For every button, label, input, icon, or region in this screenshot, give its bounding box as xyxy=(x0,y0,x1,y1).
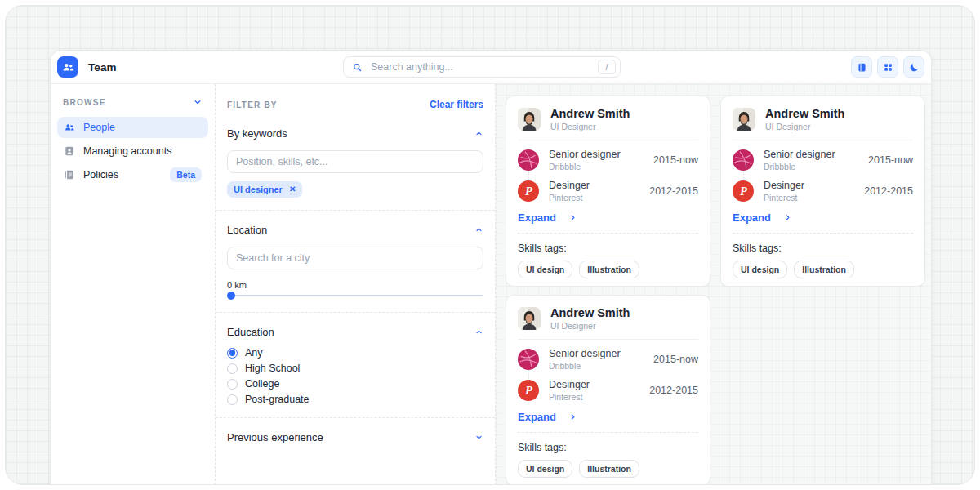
experience-row: Senior designer Dribbble 2015-now xyxy=(518,348,698,371)
sidebar: BROWSE People Managing accounts Policies… xyxy=(51,84,216,485)
person-title: UI Designer xyxy=(550,321,630,331)
keywords-input[interactable] xyxy=(227,150,483,173)
sidebar-item-label: Managing accounts xyxy=(83,145,172,157)
account-badge-icon xyxy=(64,145,75,157)
app-logo xyxy=(57,56,78,78)
previous-experience-section-header[interactable]: Previous experience xyxy=(227,431,483,443)
keyword-tag: UI designer ✕ xyxy=(227,181,302,198)
dark-mode-button[interactable] xyxy=(903,56,924,78)
city-search-input[interactable] xyxy=(227,247,483,270)
clear-filters-button[interactable]: Clear filters xyxy=(430,99,483,110)
card-divider xyxy=(518,432,698,433)
chevron-down-icon[interactable] xyxy=(193,97,203,107)
chevron-right-icon xyxy=(783,213,792,222)
section-divider xyxy=(216,312,495,313)
browse-section-header[interactable]: BROWSE xyxy=(57,96,208,109)
experience-row: Desinger Pinterest 2012-2015 xyxy=(518,379,698,402)
avatar xyxy=(733,108,755,131)
radio[interactable] xyxy=(227,363,238,374)
radio[interactable] xyxy=(227,394,238,405)
education-section-header[interactable]: Education xyxy=(227,326,483,338)
person-name: Andrew Smith xyxy=(765,107,844,120)
avatar xyxy=(518,307,541,330)
slider-track[interactable] xyxy=(227,295,483,296)
docs-button[interactable] xyxy=(851,56,872,78)
skill-tag: Illustration xyxy=(579,261,639,278)
radio[interactable] xyxy=(227,379,238,390)
card-divider xyxy=(733,233,913,234)
grid-icon xyxy=(883,62,893,73)
section-divider xyxy=(216,417,495,418)
moon-icon xyxy=(909,62,920,73)
person-card: Andrew Smith UI Designer Senior designer… xyxy=(506,96,710,287)
close-icon[interactable]: ✕ xyxy=(289,185,296,194)
chevron-down-icon[interactable] xyxy=(474,433,483,442)
expand-link[interactable]: Expand xyxy=(733,212,913,224)
app-window: Team / BROWSE xyxy=(50,50,932,485)
experience-row: Desinger Pinterest 2012-2015 xyxy=(518,180,698,203)
app-header: Team / xyxy=(51,51,931,84)
app-title: Team xyxy=(88,61,117,74)
dribbble-icon xyxy=(518,349,539,370)
distance-value-label: 0 km xyxy=(227,280,483,290)
apps-button[interactable] xyxy=(877,56,898,78)
header-actions xyxy=(851,56,924,78)
sidebar-item-label: People xyxy=(83,122,115,133)
card-divider xyxy=(733,140,913,140)
location-section-header[interactable]: Location xyxy=(227,224,483,236)
search-shortcut-key: / xyxy=(598,60,616,74)
person-title: UI Designer xyxy=(765,122,844,131)
section-divider xyxy=(216,210,495,211)
search-icon xyxy=(352,62,363,73)
skill-tag: UI design xyxy=(518,261,572,278)
skills-label: Skills tags: xyxy=(518,243,698,254)
skills-label: Skills tags: xyxy=(518,442,698,453)
skill-tag: UI design xyxy=(518,460,572,478)
global-search[interactable]: / xyxy=(343,56,621,78)
skill-tag: Illustration xyxy=(794,261,854,278)
experience-row: Desinger Pinterest 2012-2015 xyxy=(733,180,913,203)
education-option-any[interactable]: Any xyxy=(227,347,483,359)
card-divider xyxy=(518,339,698,340)
pinterest-icon xyxy=(733,180,754,202)
education-option-post-graduate[interactable]: Post-graduate xyxy=(227,394,483,405)
expand-link[interactable]: Expand xyxy=(518,212,698,224)
education-label: Education xyxy=(227,326,274,338)
skill-tag: Illustration xyxy=(579,460,639,478)
canvas-background: Team / BROWSE xyxy=(5,5,975,485)
people-icon xyxy=(61,60,75,74)
skills-label: Skills tags: xyxy=(733,243,913,254)
person-title: UI Designer xyxy=(550,122,630,131)
chevron-right-icon xyxy=(568,412,577,421)
person-card: Andrew Smith UI Designer Senior designer… xyxy=(506,295,710,485)
slider-thumb[interactable] xyxy=(227,292,235,300)
card-divider xyxy=(518,140,698,140)
person-card: Andrew Smith UI Designer Senior designer… xyxy=(720,96,925,287)
education-option-high-school[interactable]: High School xyxy=(227,363,483,374)
book-icon xyxy=(857,62,867,73)
card-divider xyxy=(518,233,698,234)
expand-link[interactable]: Expand xyxy=(518,411,698,423)
keywords-section-header[interactable]: By keywords xyxy=(227,127,483,140)
previous-experience-label: Previous experience xyxy=(227,431,323,443)
results-grid: Andrew Smith UI Designer Senior designer… xyxy=(496,84,931,485)
location-label: Location xyxy=(227,224,267,236)
chevron-up-icon[interactable] xyxy=(474,225,483,234)
search-input[interactable] xyxy=(369,60,598,74)
sidebar-item-people[interactable]: People xyxy=(57,117,208,138)
sidebar-item-managing-accounts[interactable]: Managing accounts xyxy=(57,140,208,162)
avatar xyxy=(518,108,541,131)
chevron-up-icon[interactable] xyxy=(474,129,483,138)
policy-icon xyxy=(64,169,75,180)
sidebar-item-policies[interactable]: Policies Beta xyxy=(57,164,208,185)
filter-panel: FILTER BY Clear filters By keywords UI d… xyxy=(216,84,496,485)
radio-selected[interactable] xyxy=(227,348,238,359)
beta-badge: Beta xyxy=(170,167,202,182)
pinterest-icon xyxy=(518,380,539,401)
chevron-up-icon[interactable] xyxy=(474,327,483,336)
education-option-college[interactable]: College xyxy=(227,378,483,390)
experience-row: Senior designer Dribbble 2015-now xyxy=(733,149,913,172)
distance-slider[interactable] xyxy=(227,292,483,300)
browse-label: BROWSE xyxy=(63,98,106,107)
people-icon xyxy=(64,122,75,133)
